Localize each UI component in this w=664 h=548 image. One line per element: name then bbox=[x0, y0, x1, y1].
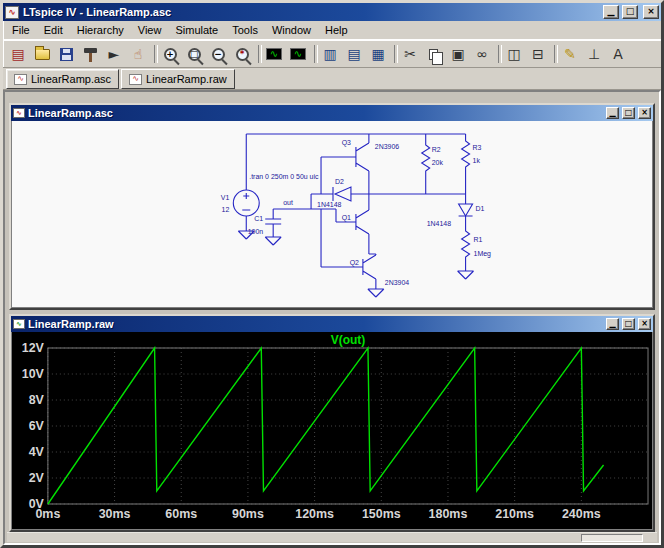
label-c1-value[interactable]: 100n bbox=[248, 228, 264, 235]
schematic-window-titlebar[interactable]: ∿ LinearRamp.asc ▁ □ × bbox=[11, 105, 653, 121]
menu-simulate[interactable]: Simulate bbox=[168, 22, 225, 38]
paste-button[interactable]: ▣ bbox=[446, 42, 470, 66]
control-panel-button[interactable] bbox=[78, 42, 102, 66]
label-r3-value[interactable]: 1k bbox=[473, 157, 481, 164]
zoom-full-icon: * bbox=[236, 48, 249, 61]
tile-vertical-button[interactable]: ▥ bbox=[318, 42, 342, 66]
print-icon: ⊟ bbox=[532, 47, 544, 61]
close-button[interactable]: × bbox=[643, 5, 659, 19]
schematic-close-button[interactable]: × bbox=[638, 107, 651, 119]
tab-icon-glyph: ∿ bbox=[17, 75, 24, 83]
label-v1-value[interactable]: 12 bbox=[222, 206, 230, 213]
main-titlebar[interactable]: ∿ LTspice IV - LinearRamp.asc ▁ □ × bbox=[3, 3, 661, 21]
toolbar-separator bbox=[310, 43, 318, 65]
ltspice-main-window: ∿ LTspice IV - LinearRamp.asc ▁ □ × File… bbox=[0, 0, 664, 548]
y-tick-label: 0V bbox=[29, 497, 45, 511]
zoom-box-button[interactable]: □ bbox=[182, 42, 206, 66]
copy-button[interactable] bbox=[422, 42, 446, 66]
label-c1-name[interactable]: C1 bbox=[254, 215, 263, 222]
waveform-window: ∿ LinearRamp.raw ▁ □ × 0ms30ms60ms90ms12… bbox=[9, 314, 655, 532]
wire-button[interactable]: ✎ bbox=[558, 42, 582, 66]
waveform-plot[interactable]: 0ms30ms60ms90ms120ms150ms180ms210ms240ms… bbox=[12, 332, 652, 529]
tab-label: LinearRamp.asc bbox=[31, 73, 111, 85]
toolbar-separator bbox=[390, 43, 398, 65]
open-button[interactable] bbox=[30, 42, 54, 66]
label-q3-name[interactable]: Q3 bbox=[342, 139, 351, 147]
menu-tools[interactable]: Tools bbox=[225, 22, 265, 38]
schematic-canvas[interactable]: .tran 0 250m 0 50u uic V1 12 Q3 2N3906 R… bbox=[12, 121, 652, 307]
waveform-window-icon: ∿ bbox=[13, 319, 25, 329]
menu-help[interactable]: Help bbox=[318, 22, 355, 38]
schematic-minimize-button[interactable]: ▁ bbox=[606, 107, 619, 119]
cut-button[interactable]: ✂ bbox=[398, 42, 422, 66]
net-label-icon: A bbox=[613, 47, 623, 61]
print-preview-button[interactable]: ◫ bbox=[502, 42, 526, 66]
waveform-minimize-button[interactable]: ▁ bbox=[606, 318, 619, 330]
tile-horizontal-button[interactable]: ▤ bbox=[342, 42, 366, 66]
halt-button[interactable]: ☝ bbox=[126, 42, 150, 66]
schematic-maximize-button[interactable]: □ bbox=[622, 107, 635, 119]
trace-label[interactable]: V(out) bbox=[331, 333, 366, 347]
label-v1-name[interactable]: V1 bbox=[221, 194, 230, 201]
waveform-close-button[interactable]: × bbox=[638, 318, 651, 330]
label-net-button[interactable]: A bbox=[606, 42, 630, 66]
horizontal-scrollbar[interactable] bbox=[581, 534, 643, 542]
y-tick-label: 6V bbox=[29, 419, 45, 433]
label-r1-name[interactable]: R1 bbox=[474, 236, 483, 243]
tab-icon-glyph: ∿ bbox=[132, 75, 139, 83]
label-d1-model[interactable]: 1N4148 bbox=[427, 220, 451, 227]
label-r2-value[interactable]: 20k bbox=[432, 159, 444, 166]
toolbar-separator bbox=[254, 43, 262, 65]
label-q2-model[interactable]: 2N3904 bbox=[385, 279, 409, 286]
ground-button[interactable]: ⊥ bbox=[582, 42, 606, 66]
run-button[interactable]: ► bbox=[102, 42, 126, 66]
menu-edit[interactable]: Edit bbox=[37, 22, 70, 38]
label-r2-name[interactable]: R2 bbox=[432, 146, 441, 153]
status-bar bbox=[7, 532, 657, 542]
minimize-button[interactable]: ▁ bbox=[603, 5, 619, 19]
y-tick-label: 8V bbox=[29, 393, 45, 407]
waveform-window-title: LinearRamp.raw bbox=[28, 318, 603, 330]
menu-hierarchy[interactable]: Hierarchy bbox=[70, 22, 131, 38]
save-floppy-icon bbox=[60, 48, 73, 61]
x-tick-label: 180ms bbox=[429, 507, 468, 521]
zoom-full-button[interactable]: * bbox=[230, 42, 254, 66]
label-q3-model[interactable]: 2N3906 bbox=[375, 143, 399, 150]
label-out-net[interactable]: out bbox=[283, 199, 293, 206]
menu-view[interactable]: View bbox=[131, 22, 169, 38]
find-button[interactable]: ∞ bbox=[470, 42, 494, 66]
window-title: LTspice IV - LinearRamp.asc bbox=[22, 6, 600, 18]
label-d2-name[interactable]: D2 bbox=[335, 178, 344, 185]
app-icon: ∿ bbox=[5, 6, 19, 19]
new-schematic-button[interactable]: ▤ bbox=[6, 42, 30, 66]
label-q2-name[interactable]: Q2 bbox=[350, 259, 359, 267]
waveform-maximize-button[interactable]: □ bbox=[622, 318, 635, 330]
print-button[interactable]: ⊟ bbox=[526, 42, 550, 66]
tab-linearramp-asc[interactable]: ∿ LinearRamp.asc bbox=[6, 69, 119, 89]
spice-directive-text[interactable]: .tran 0 250m 0 50u uic bbox=[249, 173, 319, 180]
label-d1-name[interactable]: D1 bbox=[476, 205, 485, 212]
run-icon: ► bbox=[109, 47, 120, 61]
menu-file[interactable]: File bbox=[5, 22, 37, 38]
maximize-button[interactable]: □ bbox=[622, 5, 638, 19]
waveform-trace bbox=[48, 348, 604, 504]
zoom-in-icon: + bbox=[164, 48, 177, 61]
hammer-icon bbox=[89, 52, 92, 62]
save-button[interactable] bbox=[54, 42, 78, 66]
zoom-out-button[interactable]: − bbox=[206, 42, 230, 66]
label-d2-model[interactable]: 1N4148 bbox=[317, 201, 341, 208]
tab-label: LinearRamp.raw bbox=[146, 73, 227, 85]
toolbar: ▤ ► ☝ + bbox=[3, 40, 661, 68]
autorange-button[interactable]: ∿ bbox=[262, 42, 286, 66]
zoom-in-button[interactable]: + bbox=[158, 42, 182, 66]
x-tick-label: 30ms bbox=[99, 507, 131, 521]
label-q1-name[interactable]: Q1 bbox=[342, 214, 351, 222]
cascade-button[interactable]: ▦ bbox=[366, 42, 390, 66]
label-r1-value[interactable]: 1Meg bbox=[474, 250, 492, 258]
menu-window[interactable]: Window bbox=[265, 22, 318, 38]
label-r3-name[interactable]: R3 bbox=[473, 144, 482, 151]
new-schematic-icon: ▤ bbox=[11, 47, 24, 61]
tab-linearramp-raw[interactable]: ∿ LinearRamp.raw bbox=[121, 69, 235, 89]
waveform-window-titlebar[interactable]: ∿ LinearRamp.raw ▁ □ × bbox=[11, 316, 653, 332]
plot-settings-button[interactable]: ∿ bbox=[286, 42, 310, 66]
